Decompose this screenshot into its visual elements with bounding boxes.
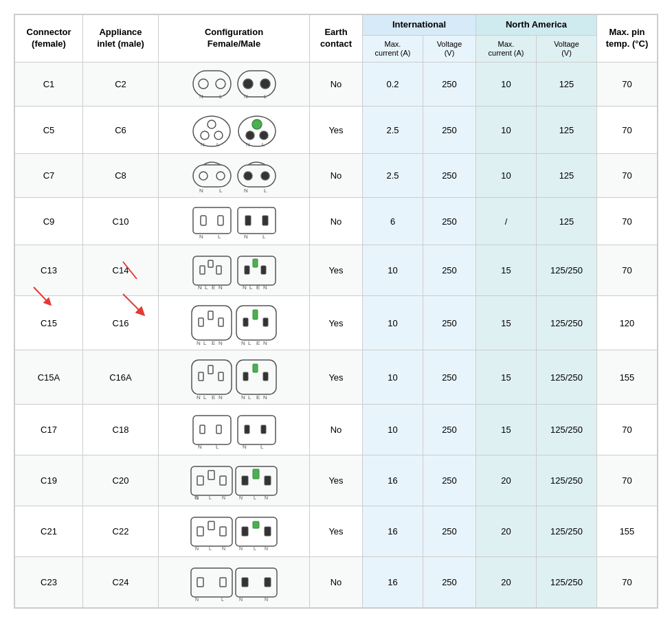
svg-text:N: N bbox=[244, 234, 248, 240]
configuration-cell: NL NN bbox=[159, 557, 310, 608]
svg-text:L: L bbox=[254, 495, 256, 500]
svg-text:N: N bbox=[222, 546, 225, 551]
configuration-cell: G NLN NLN bbox=[159, 455, 310, 506]
svg-point-23 bbox=[199, 172, 208, 180]
svg-line-42 bbox=[123, 262, 137, 279]
header-connector: Connector (female) bbox=[15, 15, 83, 63]
svg-point-29 bbox=[261, 172, 269, 180]
svg-text:N: N bbox=[198, 444, 202, 450]
svg-text:L: L bbox=[260, 444, 264, 450]
na_voltage-cell: 125 bbox=[537, 63, 597, 106]
svg-text:L: L bbox=[264, 188, 267, 194]
int_current-cell: 10 bbox=[363, 296, 423, 350]
table-row-c9: C9C10 N L N L No6250/12570 bbox=[15, 198, 658, 245]
maxpin-cell: 70 bbox=[597, 455, 658, 506]
earth-cell: No bbox=[310, 63, 363, 106]
svg-rect-32 bbox=[193, 207, 231, 234]
connector-diagram: NL NL bbox=[161, 407, 306, 452]
svg-text:N: N bbox=[265, 546, 268, 551]
maxpin-cell: 70 bbox=[597, 63, 658, 106]
header-maxpin: Max. pin temp. (°C) bbox=[597, 15, 658, 63]
svg-rect-95 bbox=[200, 425, 205, 433]
svg-rect-128 bbox=[265, 527, 271, 536]
connector-diagram: NLEN NLEN bbox=[161, 248, 306, 293]
connector-diagram: NLN NLN bbox=[161, 509, 306, 554]
arrow-c15-c16-icon bbox=[116, 287, 157, 322]
int_current-cell: 16 bbox=[363, 455, 423, 506]
svg-text:L: L bbox=[219, 93, 223, 100]
int_current-cell: 6 bbox=[363, 198, 423, 245]
int_voltage-cell: 250 bbox=[423, 63, 476, 106]
configuration-cell: NLN NLN bbox=[159, 506, 310, 557]
connector-diagram: NLEN NLEN bbox=[161, 353, 306, 401]
int_voltage-cell: 250 bbox=[423, 106, 476, 154]
svg-line-61 bbox=[123, 294, 142, 313]
int_voltage-cell: 250 bbox=[423, 405, 476, 455]
svg-text:L: L bbox=[254, 546, 256, 551]
connector-diagram: N L N L bbox=[161, 109, 306, 150]
int_voltage-cell: 250 bbox=[423, 506, 476, 557]
na_voltage-cell: 125 bbox=[537, 106, 597, 154]
svg-text:N: N bbox=[195, 546, 199, 551]
svg-rect-114 bbox=[265, 476, 271, 485]
svg-text:L: L bbox=[221, 597, 224, 602]
int_current-cell: 2.5 bbox=[363, 106, 423, 154]
svg-text:L: L bbox=[209, 495, 212, 500]
svg-text:N: N bbox=[239, 495, 243, 500]
svg-rect-39 bbox=[262, 216, 268, 225]
svg-rect-89 bbox=[253, 364, 258, 372]
svg-rect-52 bbox=[245, 266, 249, 274]
svg-rect-38 bbox=[245, 216, 251, 225]
appliance-cell: C16A bbox=[83, 350, 159, 405]
int_voltage-cell: 250 bbox=[423, 296, 476, 350]
svg-text:N: N bbox=[244, 93, 248, 100]
na_voltage-cell: 125/250 bbox=[537, 350, 597, 405]
int_voltage-cell: 250 bbox=[423, 350, 476, 405]
connector-diagram: G NLN NLN bbox=[161, 458, 306, 503]
connector-cell: C5 bbox=[15, 106, 83, 154]
svg-point-17 bbox=[246, 131, 254, 139]
appliance-cell: C2 bbox=[83, 63, 159, 106]
svg-rect-80 bbox=[219, 372, 223, 381]
table-row-c23: C23C24 NL NN No1625020125/25070 bbox=[15, 557, 658, 608]
svg-rect-73 bbox=[253, 310, 258, 319]
header-int-current: Max. current (A) bbox=[363, 35, 423, 62]
na_current-cell: 20 bbox=[476, 557, 537, 608]
int_voltage-cell: 250 bbox=[423, 198, 476, 245]
int_current-cell: 2.5 bbox=[363, 154, 423, 198]
maxpin-cell: 70 bbox=[597, 154, 658, 198]
connector-cell: C9 bbox=[15, 198, 83, 245]
svg-rect-113 bbox=[242, 476, 248, 485]
svg-point-12 bbox=[214, 131, 223, 139]
svg-rect-44 bbox=[200, 266, 205, 274]
svg-text:L: L bbox=[262, 234, 266, 240]
svg-text:N: N bbox=[241, 394, 245, 401]
earth-cell: Yes bbox=[310, 106, 363, 154]
table-body: C1C2 N L N L No0.22501012570C5C6 N L bbox=[15, 63, 658, 608]
svg-text:N: N bbox=[241, 340, 245, 346]
svg-text:N: N bbox=[199, 188, 203, 194]
appliance-cell: C20 bbox=[83, 455, 159, 506]
svg-rect-63 bbox=[199, 318, 203, 326]
na_current-cell: / bbox=[476, 198, 537, 245]
svg-text:N: N bbox=[197, 340, 201, 346]
svg-point-1 bbox=[199, 79, 208, 89]
na_current-cell: 15 bbox=[476, 405, 537, 455]
configuration-cell: N L N L bbox=[159, 63, 310, 106]
svg-rect-107 bbox=[208, 471, 214, 480]
appliance-cell: C22 bbox=[83, 506, 159, 557]
header-row-main: Connector (female) Appliance inlet (male… bbox=[15, 15, 658, 36]
svg-text:N: N bbox=[263, 340, 267, 346]
svg-rect-135 bbox=[220, 578, 226, 587]
svg-rect-53 bbox=[261, 266, 266, 274]
na_current-cell: 15 bbox=[476, 245, 537, 296]
na_current-cell: 15 bbox=[476, 350, 537, 405]
svg-rect-120 bbox=[197, 527, 203, 536]
na_current-cell: 20 bbox=[476, 455, 537, 506]
appliance-cell: C10 bbox=[83, 198, 159, 245]
connector-diagram: NLEN NLEN bbox=[161, 299, 306, 347]
svg-rect-87 bbox=[243, 372, 248, 381]
svg-text:L: L bbox=[219, 188, 223, 194]
connector-cell: C7 bbox=[15, 154, 83, 198]
table-row-c15: C15 C16 NLEN NLEN Yes1025015125/250120 bbox=[15, 296, 658, 350]
